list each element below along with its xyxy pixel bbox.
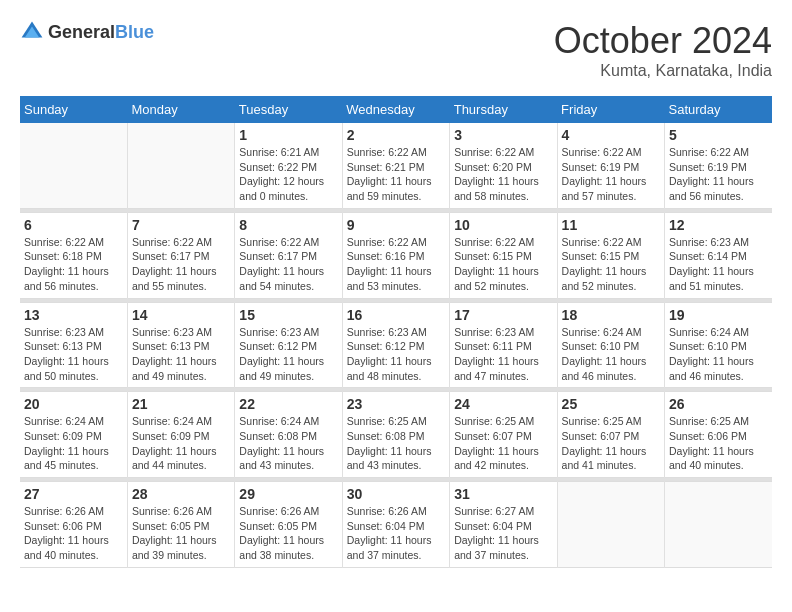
week-row-1: 1Sunrise: 6:21 AMSunset: 6:22 PMDaylight… [20, 123, 772, 208]
day-info: Sunrise: 6:23 AMSunset: 6:14 PMDaylight:… [669, 235, 768, 294]
day-info: Sunrise: 6:26 AMSunset: 6:05 PMDaylight:… [132, 504, 230, 563]
day-header-sunday: Sunday [20, 96, 127, 123]
day-info: Sunrise: 6:25 AMSunset: 6:06 PMDaylight:… [669, 414, 768, 473]
day-number: 26 [669, 396, 768, 412]
day-info: Sunrise: 6:23 AMSunset: 6:12 PMDaylight:… [239, 325, 337, 384]
day-info: Sunrise: 6:23 AMSunset: 6:13 PMDaylight:… [132, 325, 230, 384]
day-info: Sunrise: 6:22 AMSunset: 6:15 PMDaylight:… [454, 235, 552, 294]
day-number: 3 [454, 127, 552, 143]
day-info: Sunrise: 6:27 AMSunset: 6:04 PMDaylight:… [454, 504, 552, 563]
day-cell: 6Sunrise: 6:22 AMSunset: 6:18 PMDaylight… [20, 212, 127, 298]
day-number: 22 [239, 396, 337, 412]
day-number: 25 [562, 396, 660, 412]
day-number: 12 [669, 217, 768, 233]
day-header-thursday: Thursday [450, 96, 557, 123]
day-number: 8 [239, 217, 337, 233]
day-cell: 15Sunrise: 6:23 AMSunset: 6:12 PMDayligh… [235, 302, 342, 388]
day-number: 19 [669, 307, 768, 323]
day-number: 7 [132, 217, 230, 233]
day-cell: 18Sunrise: 6:24 AMSunset: 6:10 PMDayligh… [557, 302, 664, 388]
day-info: Sunrise: 6:25 AMSunset: 6:07 PMDaylight:… [562, 414, 660, 473]
day-cell: 14Sunrise: 6:23 AMSunset: 6:13 PMDayligh… [127, 302, 234, 388]
day-number: 29 [239, 486, 337, 502]
week-row-4: 20Sunrise: 6:24 AMSunset: 6:09 PMDayligh… [20, 392, 772, 478]
day-cell: 28Sunrise: 6:26 AMSunset: 6:05 PMDayligh… [127, 482, 234, 568]
day-header-tuesday: Tuesday [235, 96, 342, 123]
day-cell: 13Sunrise: 6:23 AMSunset: 6:13 PMDayligh… [20, 302, 127, 388]
day-header-monday: Monday [127, 96, 234, 123]
day-cell: 29Sunrise: 6:26 AMSunset: 6:05 PMDayligh… [235, 482, 342, 568]
day-info: Sunrise: 6:22 AMSunset: 6:17 PMDaylight:… [239, 235, 337, 294]
day-cell: 10Sunrise: 6:22 AMSunset: 6:15 PMDayligh… [450, 212, 557, 298]
day-cell: 26Sunrise: 6:25 AMSunset: 6:06 PMDayligh… [665, 392, 772, 478]
location: Kumta, Karnataka, India [554, 62, 772, 80]
day-number: 15 [239, 307, 337, 323]
day-header-wednesday: Wednesday [342, 96, 449, 123]
day-info: Sunrise: 6:24 AMSunset: 6:08 PMDaylight:… [239, 414, 337, 473]
day-number: 2 [347, 127, 445, 143]
day-cell: 12Sunrise: 6:23 AMSunset: 6:14 PMDayligh… [665, 212, 772, 298]
day-info: Sunrise: 6:26 AMSunset: 6:06 PMDaylight:… [24, 504, 123, 563]
day-info: Sunrise: 6:25 AMSunset: 6:08 PMDaylight:… [347, 414, 445, 473]
day-number: 5 [669, 127, 768, 143]
day-info: Sunrise: 6:22 AMSunset: 6:17 PMDaylight:… [132, 235, 230, 294]
week-row-5: 27Sunrise: 6:26 AMSunset: 6:06 PMDayligh… [20, 482, 772, 568]
logo-text-general: General [48, 22, 115, 42]
day-info: Sunrise: 6:22 AMSunset: 6:19 PMDaylight:… [562, 145, 660, 204]
day-info: Sunrise: 6:22 AMSunset: 6:21 PMDaylight:… [347, 145, 445, 204]
day-cell: 22Sunrise: 6:24 AMSunset: 6:08 PMDayligh… [235, 392, 342, 478]
day-info: Sunrise: 6:23 AMSunset: 6:11 PMDaylight:… [454, 325, 552, 384]
day-cell: 1Sunrise: 6:21 AMSunset: 6:22 PMDaylight… [235, 123, 342, 208]
day-cell: 20Sunrise: 6:24 AMSunset: 6:09 PMDayligh… [20, 392, 127, 478]
day-info: Sunrise: 6:24 AMSunset: 6:10 PMDaylight:… [669, 325, 768, 384]
day-info: Sunrise: 6:23 AMSunset: 6:13 PMDaylight:… [24, 325, 123, 384]
day-number: 30 [347, 486, 445, 502]
day-number: 18 [562, 307, 660, 323]
day-cell [665, 482, 772, 568]
day-info: Sunrise: 6:22 AMSunset: 6:16 PMDaylight:… [347, 235, 445, 294]
day-info: Sunrise: 6:24 AMSunset: 6:10 PMDaylight:… [562, 325, 660, 384]
day-cell: 16Sunrise: 6:23 AMSunset: 6:12 PMDayligh… [342, 302, 449, 388]
day-cell: 25Sunrise: 6:25 AMSunset: 6:07 PMDayligh… [557, 392, 664, 478]
day-cell: 5Sunrise: 6:22 AMSunset: 6:19 PMDaylight… [665, 123, 772, 208]
logo: GeneralBlue [20, 20, 154, 44]
day-cell: 8Sunrise: 6:22 AMSunset: 6:17 PMDaylight… [235, 212, 342, 298]
page-header: GeneralBlue October 2024 Kumta, Karnatak… [20, 20, 772, 80]
day-number: 31 [454, 486, 552, 502]
calendar-table: SundayMondayTuesdayWednesdayThursdayFrid… [20, 96, 772, 568]
month-title: October 2024 [554, 20, 772, 62]
day-cell [20, 123, 127, 208]
day-number: 4 [562, 127, 660, 143]
week-row-2: 6Sunrise: 6:22 AMSunset: 6:18 PMDaylight… [20, 212, 772, 298]
day-header-friday: Friday [557, 96, 664, 123]
day-info: Sunrise: 6:26 AMSunset: 6:05 PMDaylight:… [239, 504, 337, 563]
day-cell: 27Sunrise: 6:26 AMSunset: 6:06 PMDayligh… [20, 482, 127, 568]
title-area: October 2024 Kumta, Karnataka, India [554, 20, 772, 80]
day-cell: 21Sunrise: 6:24 AMSunset: 6:09 PMDayligh… [127, 392, 234, 478]
day-cell: 30Sunrise: 6:26 AMSunset: 6:04 PMDayligh… [342, 482, 449, 568]
day-cell: 7Sunrise: 6:22 AMSunset: 6:17 PMDaylight… [127, 212, 234, 298]
day-number: 6 [24, 217, 123, 233]
day-cell: 11Sunrise: 6:22 AMSunset: 6:15 PMDayligh… [557, 212, 664, 298]
day-number: 13 [24, 307, 123, 323]
day-number: 10 [454, 217, 552, 233]
day-cell: 19Sunrise: 6:24 AMSunset: 6:10 PMDayligh… [665, 302, 772, 388]
day-number: 21 [132, 396, 230, 412]
day-cell: 31Sunrise: 6:27 AMSunset: 6:04 PMDayligh… [450, 482, 557, 568]
logo-icon [20, 20, 44, 44]
day-number: 11 [562, 217, 660, 233]
day-number: 27 [24, 486, 123, 502]
day-number: 16 [347, 307, 445, 323]
day-number: 24 [454, 396, 552, 412]
day-cell: 3Sunrise: 6:22 AMSunset: 6:20 PMDaylight… [450, 123, 557, 208]
day-info: Sunrise: 6:23 AMSunset: 6:12 PMDaylight:… [347, 325, 445, 384]
day-cell: 23Sunrise: 6:25 AMSunset: 6:08 PMDayligh… [342, 392, 449, 478]
day-cell: 2Sunrise: 6:22 AMSunset: 6:21 PMDaylight… [342, 123, 449, 208]
day-cell [127, 123, 234, 208]
day-info: Sunrise: 6:22 AMSunset: 6:20 PMDaylight:… [454, 145, 552, 204]
day-info: Sunrise: 6:22 AMSunset: 6:15 PMDaylight:… [562, 235, 660, 294]
day-info: Sunrise: 6:22 AMSunset: 6:18 PMDaylight:… [24, 235, 123, 294]
day-info: Sunrise: 6:24 AMSunset: 6:09 PMDaylight:… [132, 414, 230, 473]
day-cell: 17Sunrise: 6:23 AMSunset: 6:11 PMDayligh… [450, 302, 557, 388]
day-number: 17 [454, 307, 552, 323]
